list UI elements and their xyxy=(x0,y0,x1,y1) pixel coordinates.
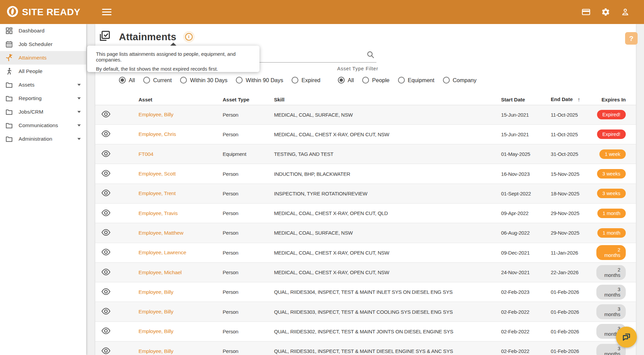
eye-icon[interactable] xyxy=(101,228,110,237)
eye-icon[interactable] xyxy=(101,188,110,197)
chevron-down-icon[interactable] xyxy=(77,138,81,140)
asset-link[interactable]: FT004 xyxy=(139,151,153,157)
asset-type-cell: Person xyxy=(223,124,274,144)
eye-icon[interactable] xyxy=(101,326,110,335)
eye-icon[interactable] xyxy=(101,208,110,217)
asset-link[interactable]: Employee, Scott xyxy=(139,171,176,176)
table-row: Employee, Billy Person QUAL, RIIDES302, … xyxy=(95,322,636,341)
asset-link[interactable]: Employee, Matthew xyxy=(139,230,183,236)
eye-icon[interactable] xyxy=(101,267,110,277)
expiry-radio-within-90-days[interactable]: Within 90 Days xyxy=(236,77,283,84)
table-row: Employee, Billy Person QUAL, RIIDES303, … xyxy=(95,302,636,322)
expiry-radio-current[interactable]: Current xyxy=(143,77,172,84)
radio-circle-icon[interactable] xyxy=(292,77,298,84)
end-date-cell: 29-Nov-2025 xyxy=(551,223,596,243)
eye-icon[interactable] xyxy=(101,287,110,296)
billing-card-icon[interactable] xyxy=(581,7,591,17)
asset-type-radio-people[interactable]: People xyxy=(362,77,389,84)
sidebar-item-administration[interactable]: Administration xyxy=(0,132,86,146)
column-header-skill[interactable]: Skill xyxy=(274,94,501,105)
radio-circle-icon[interactable] xyxy=(398,77,405,84)
search-icon[interactable] xyxy=(366,50,375,59)
menu-icon[interactable] xyxy=(102,8,112,16)
eye-icon[interactable] xyxy=(101,129,110,138)
column-header-end-date[interactable]: End Date↑ xyxy=(551,94,596,105)
expiry-radio-all[interactable]: All xyxy=(119,77,135,84)
asset-link[interactable]: Employee, Lawrence xyxy=(139,250,186,255)
sidebar-item-jobs-crm[interactable]: Jobs/CRM xyxy=(0,105,86,119)
radio-circle-icon[interactable] xyxy=(443,77,450,84)
radio-circle-icon[interactable] xyxy=(338,77,345,84)
asset-type-cell: Equipment xyxy=(223,144,274,164)
radio-circle-icon[interactable] xyxy=(143,77,150,84)
asset-type-radio-company[interactable]: Company xyxy=(443,77,477,84)
asset-link[interactable]: Employee, Billy xyxy=(139,328,173,334)
table-header-row: AssetAsset TypeSkillStart DateEnd Date↑E… xyxy=(95,94,636,105)
chevron-down-icon[interactable] xyxy=(77,84,81,86)
eye-icon[interactable] xyxy=(101,247,110,257)
skill-cell: MEDICAL, COAL, CHEST X-RAY, OPEN CUT, QL… xyxy=(274,203,501,223)
asset-type-radio-equipment[interactable]: Equipment xyxy=(398,77,435,84)
radio-option-label: Within 30 Days xyxy=(190,77,227,84)
radio-circle-icon[interactable] xyxy=(362,77,369,84)
eye-icon[interactable] xyxy=(101,307,110,316)
eye-icon[interactable] xyxy=(101,149,110,158)
sidebar-item-assets[interactable]: Assets xyxy=(0,78,86,92)
info-icon[interactable]: i xyxy=(185,33,193,41)
start-date-cell: 15-Jun-2021 xyxy=(501,124,551,144)
asset-link[interactable]: Employee, Billy xyxy=(139,348,173,354)
radio-circle-icon[interactable] xyxy=(119,77,126,84)
table-row: Employee, Michael Person MEDICAL, COAL, … xyxy=(95,262,636,282)
sidebar-item-dashboard[interactable]: Dashboard xyxy=(0,24,86,38)
expiry-radio-within-30-days[interactable]: Within 30 Days xyxy=(180,77,227,84)
asset-link[interactable]: Employee, Billy xyxy=(139,289,173,295)
gear-icon[interactable] xyxy=(601,7,610,17)
folder-icon xyxy=(5,135,14,143)
expires-in-badge: 3 weeks xyxy=(597,169,626,179)
end-date-cell: 18-Nov-2025 xyxy=(551,184,596,203)
asset-type-radio-all[interactable]: All xyxy=(338,77,354,84)
eye-icon[interactable] xyxy=(101,346,110,355)
asset-link[interactable]: Employee, Michael xyxy=(139,269,182,275)
skill-cell: TESTING, TAG AND TEST xyxy=(274,144,501,164)
table-row: Employee, Matthew Person MEDICAL, COAL, … xyxy=(95,223,636,243)
sidebar-item-reporting[interactable]: Reporting xyxy=(0,92,86,105)
asset-type-cell: Person xyxy=(223,203,274,223)
asset-link[interactable]: Employee, Billy xyxy=(139,112,173,117)
sidebar-item-label: Jobs/CRM xyxy=(19,109,43,115)
column-header-asset[interactable]: Asset xyxy=(139,94,223,105)
radio-circle-icon[interactable] xyxy=(236,77,243,84)
asset-link[interactable]: Employee, Travis xyxy=(139,210,178,216)
table-row: Employee, Scott Person INDUCTION, BHP, B… xyxy=(95,164,636,184)
radio-option-label: All xyxy=(129,77,135,84)
asset-link[interactable]: Employee, Chris xyxy=(139,131,176,137)
table-row: Employee, Trent Person INSPECTION, TYRE … xyxy=(95,184,636,203)
person-walk-icon xyxy=(5,67,14,76)
column-header-asset-type[interactable]: Asset Type xyxy=(223,94,274,105)
radio-option-label: Equipment xyxy=(408,77,435,84)
sidebar-item-communications[interactable]: Communications xyxy=(0,119,86,132)
eye-icon[interactable] xyxy=(101,169,110,178)
chat-button[interactable] xyxy=(616,327,637,348)
chevron-down-icon[interactable] xyxy=(77,111,81,113)
radio-option-label: Expired xyxy=(301,77,320,84)
asset-link[interactable]: Employee, Trent xyxy=(139,190,176,196)
asset-link[interactable]: Employee, Billy xyxy=(139,309,173,314)
account-person-icon[interactable] xyxy=(620,7,630,17)
column-header-expires-in[interactable]: Expires In xyxy=(596,94,636,105)
sidebar-item-all-people[interactable]: All People xyxy=(0,65,86,78)
chevron-down-icon[interactable] xyxy=(77,124,81,126)
chevron-down-icon[interactable] xyxy=(77,97,81,99)
start-date-cell: 09-Dec-2021 xyxy=(501,243,551,262)
help-button[interactable]: ? xyxy=(625,32,638,45)
start-date-cell: 16-Nov-2023 xyxy=(501,164,551,184)
attainments-checklist-icon xyxy=(98,29,112,44)
eye-icon[interactable] xyxy=(101,110,110,119)
expiry-radio-expired[interactable]: Expired xyxy=(292,77,320,84)
sidebar-item-attainments[interactable]: Attainments xyxy=(0,51,86,65)
sidebar-item-job-scheduler[interactable]: Job Scheduler xyxy=(0,38,86,51)
main-area: Attainments i ? This page lists attainme… xyxy=(86,24,644,355)
radio-circle-icon[interactable] xyxy=(180,77,187,84)
brand[interactable]: SITE READY xyxy=(0,5,80,19)
column-header-start-date[interactable]: Start Date xyxy=(501,94,551,105)
